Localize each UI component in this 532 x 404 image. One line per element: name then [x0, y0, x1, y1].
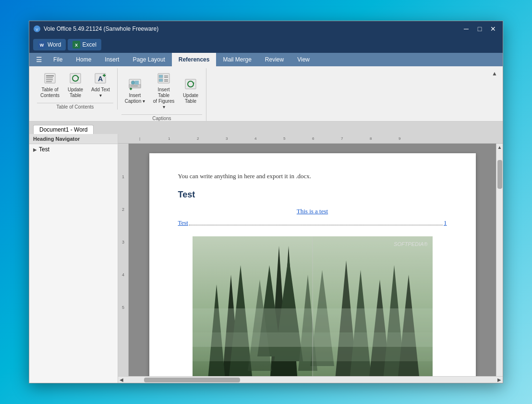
- excel-tab-label: Excel: [82, 41, 96, 48]
- docx-word: .docx: [296, 172, 310, 180]
- add-text-button[interactable]: A Add Text▾: [88, 68, 113, 101]
- document-image: SOFTPEDIA® SOFTPEDIA®: [193, 236, 433, 376]
- scrollbar-left-button[interactable]: ◀: [118, 377, 125, 383]
- insert-caption-button[interactable]: InsertCaption ▾: [121, 68, 148, 112]
- update-table-button[interactable]: UpdateTable: [64, 68, 87, 101]
- captions-group-label: Captions: [121, 114, 202, 121]
- excel-icon: X: [73, 41, 80, 49]
- horizontal-scrollbar[interactable]: ◀ ▶: [118, 376, 503, 383]
- ruler-v-3: 3: [122, 240, 124, 245]
- toc-entry-text: Test: [178, 219, 188, 227]
- svg-rect-25: [159, 75, 163, 78]
- ribbon-tabs: File Home Insert Page Layout References …: [45, 53, 499, 66]
- ruler-v-2: 2: [122, 207, 124, 212]
- ribbon-group-captions: InsertCaption ▾: [118, 68, 206, 121]
- toc-buttons: Table ofContents UpdateTable: [37, 68, 113, 102]
- forest-svg: [193, 236, 433, 376]
- tab-view[interactable]: View: [290, 53, 316, 66]
- tab-pagelayout[interactable]: Page Layout: [126, 53, 171, 66]
- ruler-mark: 5: [283, 136, 285, 141]
- ruler-horizontal: | 1 2 3 4 5 6 7 8 9: [118, 134, 503, 144]
- toc-group-label: Table of Contents: [37, 103, 113, 110]
- svg-text:W: W: [40, 43, 44, 48]
- svg-text:A: A: [98, 75, 103, 83]
- softpedia-top-label: SOFTPEDIA®: [394, 241, 427, 247]
- toc-icon: [42, 71, 58, 86]
- tab-mailmerge[interactable]: Mail Merge: [216, 53, 258, 66]
- ruler-mark: 1: [168, 136, 170, 141]
- minimize-button[interactable]: ─: [460, 23, 472, 35]
- ribbon-menu-button[interactable]: ☰: [33, 54, 45, 65]
- scrollbar-up-button[interactable]: ▲: [496, 144, 503, 150]
- doc-body-paragraph: You can write anything in here and expor…: [178, 172, 447, 180]
- add-text-icon: A: [93, 71, 108, 86]
- vertical-scrollbar[interactable]: ▲ ▼: [496, 144, 503, 376]
- window-controls: ─ □ ✕: [460, 23, 499, 35]
- app-bar: W Word X Excel: [29, 37, 503, 53]
- ruler-mark: 2: [197, 136, 199, 141]
- tab-references[interactable]: References: [172, 53, 217, 66]
- ruler-mark: 7: [341, 136, 343, 141]
- update-table2-label: UpdateTable: [183, 93, 198, 104]
- toc-label: Table ofContents: [40, 87, 60, 98]
- doc-toc-entry: Test 1: [178, 219, 447, 227]
- title-bar: V Vole Office 5.49.21124 (Sanwhole Freew…: [29, 21, 503, 37]
- doc-hyperlink[interactable]: This is a test: [178, 208, 447, 215]
- editor-area: | 1 2 3 4 5 6 7 8 9 1 2: [118, 134, 503, 383]
- ruler-mark: 3: [226, 136, 228, 141]
- ribbon-collapse-button[interactable]: ▲: [490, 69, 499, 78]
- svg-marker-20: [135, 81, 139, 85]
- ruler-mark: |: [139, 136, 140, 141]
- tab-review[interactable]: Review: [258, 53, 290, 66]
- captions-buttons: InsertCaption ▾: [121, 68, 202, 113]
- add-text-label: Add Text▾: [91, 87, 110, 98]
- svg-point-19: [131, 81, 135, 85]
- svg-text:X: X: [75, 43, 78, 48]
- update-table2-icon: [183, 76, 198, 92]
- document-page: You can write anything in here and expor…: [149, 153, 476, 376]
- scrollbar-down-button[interactable]: ▼: [496, 360, 503, 367]
- doc-tab-bar: Document1 - Word: [29, 122, 503, 134]
- ruler-v-5: 5: [122, 305, 124, 310]
- doc-scroll-area[interactable]: You can write anything in here and expor…: [129, 144, 496, 376]
- word-icon: W: [38, 41, 46, 49]
- workspace: Heading Navigator ▶ Test | 1 2 3 4 5 6 7: [29, 134, 503, 383]
- sidebar-header: Heading Navigator: [29, 134, 118, 144]
- svg-rect-26: [159, 79, 163, 82]
- scrollbar-right-button[interactable]: ▶: [496, 377, 503, 383]
- update-table-label: UpdateTable: [68, 87, 83, 98]
- h-scrollbar-thumb[interactable]: [144, 378, 240, 382]
- scrollbar-thumb[interactable]: [497, 160, 502, 189]
- maximize-button[interactable]: □: [474, 23, 485, 35]
- tab-home[interactable]: Home: [69, 53, 98, 66]
- word-app-tab[interactable]: W Word: [33, 39, 66, 50]
- ruler-mark: 9: [399, 136, 400, 141]
- ruler-mark: 4: [254, 136, 256, 141]
- toc-page-number: 1: [444, 219, 447, 227]
- excel-app-tab[interactable]: X Excel: [68, 39, 101, 50]
- close-button[interactable]: ✕: [487, 23, 499, 35]
- sidebar-item-test[interactable]: ▶ Test: [29, 144, 118, 155]
- toc-dots: [189, 219, 443, 225]
- tab-file[interactable]: File: [47, 53, 69, 66]
- svg-text:V: V: [36, 27, 38, 32]
- update-table2-button[interactable]: UpdateTable: [179, 68, 202, 112]
- window-title: Vole Office 5.49.21124 (Sanwhole Freewar…: [44, 25, 460, 32]
- table-of-contents-button[interactable]: Table ofContents: [37, 68, 63, 101]
- app-icon: V: [33, 25, 41, 33]
- word-tab-label: Word: [48, 41, 61, 48]
- insert-caption-icon: [127, 76, 143, 92]
- ribbon: Table ofContents UpdateTable: [29, 66, 503, 122]
- main-window: V Vole Office 5.49.21124 (Sanwhole Freew…: [29, 21, 503, 383]
- update-table-icon: [68, 71, 83, 86]
- doc-heading: Test: [178, 190, 447, 200]
- insert-table-figures-label: Insert Tableof Figures ▾: [153, 87, 175, 110]
- ruler-v-1: 1: [122, 174, 124, 179]
- sidebar-arrow-icon: ▶: [33, 147, 37, 152]
- insert-table-figures-icon: [156, 71, 171, 86]
- ruler-mark: 6: [312, 136, 314, 141]
- tab-insert[interactable]: Insert: [98, 53, 126, 66]
- insert-table-of-figures-button[interactable]: Insert Tableof Figures ▾: [149, 68, 178, 112]
- sidebar: Heading Navigator ▶ Test: [29, 134, 118, 383]
- doc-tab-document1[interactable]: Document1 - Word: [33, 125, 94, 134]
